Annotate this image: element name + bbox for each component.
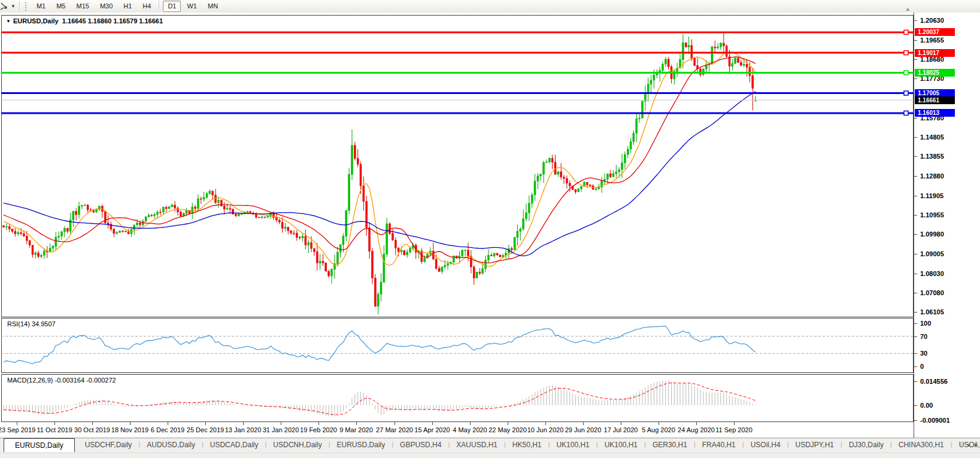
rsi-axis-label: 70 bbox=[920, 333, 927, 340]
price-axis-label: 1.11905 bbox=[920, 192, 943, 199]
timeframe-button-D1[interactable]: D1 bbox=[163, 1, 181, 12]
level-line-handle[interactable] bbox=[904, 111, 908, 115]
timeframe-button-H4[interactable]: H4 bbox=[138, 1, 156, 12]
price-axis-label: 1.12880 bbox=[920, 172, 944, 180]
candle bbox=[647, 84, 649, 93]
price-axis-tick bbox=[914, 59, 917, 60]
tab-fra40-h1[interactable]: FRA40,H1 bbox=[696, 438, 742, 452]
candle bbox=[738, 58, 739, 62]
macd-indicator-panel[interactable] bbox=[1, 374, 914, 422]
candle bbox=[20, 233, 22, 234]
candle bbox=[281, 222, 283, 228]
price-axis-tick bbox=[914, 118, 917, 119]
candle bbox=[732, 63, 733, 66]
tab-uk100-h1[interactable]: UK100,H1 bbox=[598, 438, 644, 452]
candle bbox=[740, 62, 742, 65]
candle bbox=[35, 253, 37, 254]
candle bbox=[122, 231, 123, 232]
tab-usdchf-daily[interactable]: USDCHF,Daily bbox=[78, 438, 139, 452]
macd-indicator-label: MACD(12,26,9) -0.003164 -0.000272 bbox=[7, 377, 116, 384]
level-line-handle[interactable] bbox=[904, 71, 908, 75]
candle bbox=[493, 253, 495, 256]
level-line-handle[interactable] bbox=[904, 51, 908, 55]
tab-xauusd-h1[interactable]: XAUUSD,H1 bbox=[450, 438, 504, 452]
candle bbox=[125, 231, 126, 232]
tab-eurusd-daily[interactable]: EURUSD,Daily bbox=[330, 438, 392, 452]
tab-hk50-h1[interactable]: HK50,H1 bbox=[506, 438, 548, 452]
candle bbox=[165, 207, 167, 208]
macd-signal-line bbox=[4, 383, 756, 415]
tab-ger30-h1[interactable]: GER30,H1 bbox=[646, 438, 694, 452]
toolbar-separator bbox=[159, 1, 160, 10]
candle bbox=[261, 217, 263, 217]
candle bbox=[229, 208, 231, 210]
tab-scroll-right-icon[interactable]: ▸ bbox=[975, 441, 978, 448]
candle bbox=[275, 218, 277, 220]
tab-scroll-left-icon[interactable]: ◂ bbox=[967, 441, 970, 448]
macd-axis-label: 0.00 bbox=[920, 402, 933, 409]
candle bbox=[284, 228, 286, 229]
price-axis-label: 1.06105 bbox=[920, 308, 944, 316]
timeframe-button-M5[interactable]: M5 bbox=[51, 1, 70, 12]
candle bbox=[374, 278, 376, 307]
candle bbox=[444, 265, 446, 267]
tab-gbpusd-h4[interactable]: GBPUSD,H4 bbox=[393, 438, 448, 452]
price-axis-label: 1.14805 bbox=[920, 134, 944, 141]
tab-china300-h1[interactable]: CHINA300,H1 bbox=[892, 438, 951, 452]
tab-dj30-daily[interactable]: DJ30,Daily bbox=[842, 438, 890, 452]
candle bbox=[395, 240, 396, 248]
cursor-tool-icon[interactable]: ▼ bbox=[0, 2, 17, 11]
level-line-handle[interactable] bbox=[904, 30, 908, 34]
tab-uk100-h1[interactable]: UK100,H1 bbox=[550, 438, 596, 452]
candle bbox=[447, 263, 449, 265]
candle bbox=[490, 255, 492, 256]
date-axis-tick bbox=[54, 422, 55, 425]
candle bbox=[128, 232, 129, 234]
candle bbox=[383, 254, 385, 283]
timeframe-button-H1[interactable]: H1 bbox=[119, 1, 136, 12]
rsi-indicator-panel[interactable] bbox=[1, 318, 914, 373]
timeframe-button-W1[interactable]: W1 bbox=[182, 1, 202, 12]
candle bbox=[203, 198, 205, 199]
candle bbox=[14, 231, 16, 233]
date-axis-tick bbox=[470, 422, 471, 425]
candle bbox=[41, 255, 43, 256]
tab-usoil-h4[interactable]: USOil,H4 bbox=[744, 438, 787, 452]
tab-usdjpy-h1[interactable]: USDJPY,H1 bbox=[789, 438, 841, 452]
level-line-handle[interactable] bbox=[904, 91, 908, 95]
candle bbox=[595, 189, 597, 190]
candle bbox=[409, 248, 411, 252]
candle bbox=[401, 251, 402, 252]
tab-eurusd-daily[interactable]: EURUSD,Daily bbox=[4, 438, 75, 452]
tab-usdcnh-daily[interactable]: USDCNH,Daily bbox=[266, 438, 328, 452]
mt4-application: ▼ M1M5M15M30H1H4D1W1MN ▼EURUSD,Daily 1.1… bbox=[0, 0, 980, 458]
candle bbox=[606, 174, 608, 179]
candle bbox=[119, 231, 121, 232]
main-price-chart[interactable] bbox=[1, 15, 914, 317]
timeframe-button-M1[interactable]: M1 bbox=[32, 1, 50, 12]
candle bbox=[87, 205, 89, 210]
candle bbox=[735, 58, 736, 63]
crosshair-cursor-icon bbox=[0, 2, 10, 11]
candle bbox=[215, 195, 217, 203]
timeframe-button-MN[interactable]: MN bbox=[203, 1, 223, 12]
candle bbox=[331, 269, 333, 276]
tab-audusd-daily[interactable]: AUDUSD,Daily bbox=[140, 438, 202, 452]
candle bbox=[560, 172, 562, 177]
tab-usdcad-daily[interactable]: USDCAD,Daily bbox=[204, 438, 265, 452]
candle bbox=[435, 259, 437, 268]
status-strip bbox=[0, 453, 980, 458]
candle bbox=[403, 251, 405, 255]
toolbar-drag-grip[interactable] bbox=[25, 2, 28, 11]
symbol-dropdown-arrow[interactable]: ▼ bbox=[6, 19, 11, 24]
candle bbox=[589, 185, 591, 186]
candle bbox=[360, 165, 362, 186]
timeframe-button-M15[interactable]: M15 bbox=[71, 1, 93, 12]
candle bbox=[406, 252, 408, 255]
candle bbox=[3, 226, 5, 228]
candle bbox=[151, 216, 153, 216]
candle bbox=[612, 174, 614, 177]
candle bbox=[209, 192, 211, 194]
timeframe-button-M30[interactable]: M30 bbox=[95, 1, 117, 12]
date-label: 11 Sep 2020 bbox=[707, 426, 761, 433]
